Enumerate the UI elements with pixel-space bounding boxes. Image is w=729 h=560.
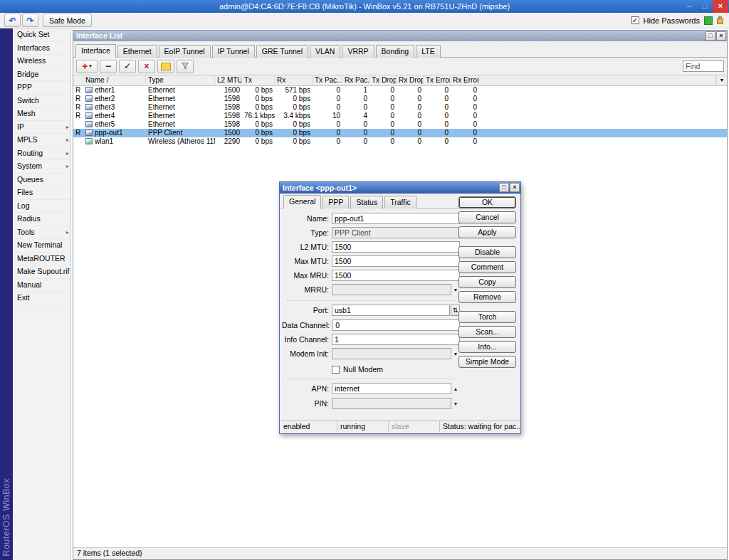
col-tx[interactable]: Tx (242, 75, 275, 85)
max-mru-input[interactable] (332, 270, 460, 281)
dialog-close-icon[interactable]: × (510, 183, 520, 192)
sidebar-item-interfaces[interactable]: Interfaces (13, 42, 70, 56)
info-channel-input[interactable] (332, 334, 460, 345)
close-window-icon[interactable]: × (716, 31, 726, 41)
table-row-selected[interactable]: R ppp-out1 PPP Client 1500 0 bps 0 bps 0… (73, 129, 727, 137)
tab-traffic[interactable]: Traffic (384, 196, 416, 208)
apply-button[interactable]: Apply (458, 226, 516, 238)
null-modem-checkbox[interactable] (332, 366, 340, 374)
minimize-button[interactable]: – (681, 0, 697, 13)
table-row[interactable]: wlan1 Wireless (Atheros 11N) 2290 0 bps … (73, 137, 727, 146)
sidebar-item-wireless[interactable]: Wireless (13, 55, 70, 68)
undo-button[interactable]: ↶ (4, 14, 21, 27)
tab-bonding[interactable]: Bonding (376, 45, 415, 58)
pin-dropdown-icon[interactable]: ▼ (451, 401, 460, 406)
column-select-dropdown-icon[interactable]: ▼ (716, 75, 727, 85)
close-button[interactable]: × (713, 0, 728, 13)
cancel-button[interactable]: Cancel (458, 211, 516, 223)
comment-button[interactable]: Comment (458, 261, 516, 273)
col-rx-drops[interactable]: Rx Drops (397, 75, 424, 85)
sidebar-item-radius[interactable]: Radius (13, 213, 70, 226)
tab-interface[interactable]: Interface (75, 44, 116, 58)
disable-button[interactable]: Disable (458, 246, 516, 258)
row-flag: R (73, 112, 83, 120)
table-row[interactable]: R ether4 Ethernet 1598 76.1 kbps 3.4 kbp… (73, 112, 727, 120)
table-row[interactable]: ether5 Ethernet 1598 0 bps 0 bps 0 0 0 0… (73, 120, 727, 129)
simple-mode-button[interactable]: Simple Mode (458, 356, 516, 368)
apn-up-arrow-icon[interactable]: ▲ (451, 386, 460, 391)
col-rx-errors[interactable]: Rx Errors (451, 75, 479, 85)
copy-button[interactable]: Copy (458, 276, 516, 288)
table-row[interactable]: R ether1 Ethernet 1600 0 bps 571 bps 0 1… (73, 86, 727, 95)
sidebar-item-tools[interactable]: Tools▸ (13, 226, 70, 240)
col-tx-errors[interactable]: Tx Errors (424, 75, 451, 85)
tab-lte[interactable]: LTE (416, 45, 440, 58)
pin-input[interactable] (332, 398, 451, 409)
tab-gre-tunnel[interactable]: GRE Tunnel (256, 45, 308, 58)
workspace: Interface List □ × Interface Ethernet Eo… (71, 28, 729, 560)
col-rx[interactable]: Rx (275, 75, 313, 85)
dialog-restore-icon[interactable]: □ (499, 183, 509, 192)
sidebar-item-ppp[interactable]: PPP (13, 81, 70, 95)
torch-button[interactable]: Torch (458, 311, 516, 323)
find-input[interactable] (683, 60, 724, 72)
remove-button[interactable]: Remove (458, 291, 516, 303)
disable-button[interactable]: × (138, 60, 155, 73)
col-tx-drops[interactable]: Tx Drops (369, 75, 397, 85)
sidebar-item-switch[interactable]: Switch (13, 95, 70, 108)
sidebar-item-mpls[interactable]: MPLS▸ (13, 134, 70, 147)
hide-passwords-checkbox[interactable]: ✓ (631, 16, 639, 24)
info-button[interactable]: Info... (458, 341, 516, 353)
sidebar-item-mesh[interactable]: Mesh (13, 107, 70, 121)
tab-status[interactable]: Status (350, 196, 383, 208)
tab-general[interactable]: General (283, 195, 321, 208)
interface-list-titlebar[interactable]: Interface List □ × (73, 31, 727, 41)
table-row[interactable]: R ether2 Ethernet 1598 0 bps 0 bps 0 0 0… (73, 95, 727, 103)
mrru-input[interactable] (332, 284, 451, 295)
modem-init-input[interactable] (332, 348, 451, 359)
sidebar-item-system[interactable]: System▸ (13, 160, 70, 174)
tab-ethernet[interactable]: Ethernet (117, 45, 157, 58)
data-channel-input[interactable] (332, 319, 460, 331)
col-rx-packets[interactable]: Rx Pac... (342, 75, 369, 85)
ok-button[interactable]: OK (458, 196, 516, 208)
apn-input[interactable] (332, 383, 451, 394)
sidebar-item-routing[interactable]: Routing▸ (13, 147, 70, 161)
sidebar-item-exit[interactable]: Exit (13, 292, 70, 305)
sidebar-item-new-terminal[interactable]: New Terminal (13, 239, 70, 253)
tab-ip-tunnel[interactable]: IP Tunnel (212, 45, 255, 58)
sidebar-item-files[interactable]: Files (13, 186, 70, 200)
name-input[interactable] (332, 213, 460, 224)
sidebar-item-bridge[interactable]: Bridge (13, 68, 70, 82)
scan-button[interactable]: Scan... (458, 326, 516, 338)
max-mtu-input[interactable] (332, 255, 460, 267)
col-type[interactable]: Type (146, 75, 215, 85)
sidebar-item-manual[interactable]: Manual (13, 279, 70, 292)
col-name[interactable]: Name/ (83, 75, 146, 85)
add-button[interactable]: +▾ (76, 60, 98, 73)
col-l2mtu[interactable]: L2 MTU (215, 75, 242, 85)
tab-ppp[interactable]: PPP (322, 196, 349, 208)
filter-button[interactable] (177, 60, 194, 73)
restore-window-icon[interactable]: □ (706, 31, 715, 41)
sidebar-item-metarouter[interactable]: MetaROUTER (13, 253, 70, 266)
l2mtu-input[interactable] (332, 241, 460, 253)
dialog-titlebar[interactable]: Interface <ppp-out1> □ × (280, 182, 520, 194)
tab-vrrp[interactable]: VRRP (342, 45, 374, 58)
safe-mode-button[interactable]: Safe Mode (43, 14, 92, 27)
sidebar-item-log[interactable]: Log (13, 200, 70, 213)
remove-button[interactable]: − (100, 60, 117, 73)
maximize-button[interactable]: □ (697, 0, 713, 13)
sidebar-item-queues[interactable]: Queues (13, 174, 70, 187)
sidebar-item-ip[interactable]: IP▸ (13, 121, 70, 134)
enable-button[interactable]: ✓ (119, 60, 136, 73)
tab-vlan[interactable]: VLAN (310, 45, 340, 58)
redo-button[interactable]: ↷ (22, 14, 38, 27)
sidebar-item-quick-set[interactable]: Quick Set (13, 28, 70, 42)
sidebar-item-make-supout[interactable]: Make Supout.rif (13, 265, 70, 279)
col-tx-packets[interactable]: Tx Pac... (313, 75, 342, 85)
port-input[interactable] (332, 305, 450, 316)
comment-button[interactable] (157, 60, 174, 73)
table-row[interactable]: R ether3 Ethernet 1598 0 bps 0 bps 0 0 0… (73, 103, 727, 112)
tab-eoip-tunnel[interactable]: EoIP Tunnel (159, 45, 211, 58)
